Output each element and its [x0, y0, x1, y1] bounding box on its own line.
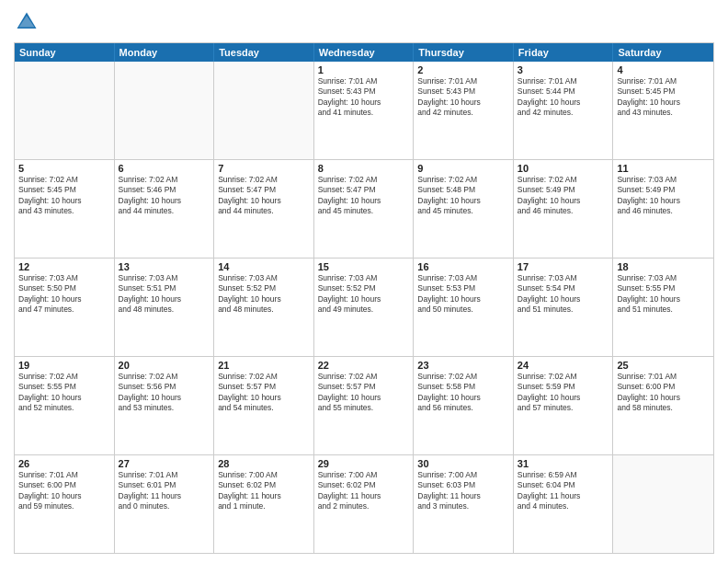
day-info: Sunrise: 7:02 AMSunset: 5:47 PMDaylight:…: [318, 175, 410, 217]
day-number: 20: [119, 360, 210, 371]
day-info: Sunrise: 7:02 AMSunset: 5:47 PMDaylight:…: [218, 175, 310, 217]
day-header: Thursday: [414, 43, 514, 62]
day-cell: 26Sunrise: 7:01 AMSunset: 6:00 PMDayligh…: [15, 455, 115, 553]
day-cell: 12Sunrise: 7:03 AMSunset: 5:50 PMDayligh…: [15, 259, 115, 356]
day-cell: [15, 62, 115, 159]
day-number: 23: [417, 360, 509, 371]
day-cell: 15Sunrise: 7:03 AMSunset: 5:52 PMDayligh…: [314, 259, 415, 356]
day-cell: 19Sunrise: 7:02 AMSunset: 5:55 PMDayligh…: [15, 357, 115, 454]
day-info: Sunrise: 7:03 AMSunset: 5:54 PMDaylight:…: [518, 273, 609, 316]
day-info: Sunrise: 7:02 AMSunset: 5:57 PMDaylight:…: [318, 372, 410, 414]
day-cell: 5Sunrise: 7:02 AMSunset: 5:45 PMDaylight…: [15, 160, 115, 258]
day-info: Sunrise: 7:03 AMSunset: 5:50 PMDaylight:…: [18, 273, 110, 316]
day-cell: 16Sunrise: 7:03 AMSunset: 5:53 PMDayligh…: [414, 259, 514, 356]
day-cell: 1Sunrise: 7:01 AMSunset: 5:43 PMDaylight…: [314, 62, 415, 159]
day-number: 26: [18, 458, 110, 469]
day-number: 15: [318, 261, 410, 272]
day-info: Sunrise: 7:02 AMSunset: 5:45 PMDaylight:…: [18, 175, 110, 217]
day-number: 1: [318, 64, 410, 75]
weeks: 1Sunrise: 7:01 AMSunset: 5:43 PMDaylight…: [15, 62, 713, 553]
day-number: 12: [18, 261, 110, 272]
day-cell: 22Sunrise: 7:02 AMSunset: 5:57 PMDayligh…: [314, 357, 415, 454]
day-number: 9: [417, 163, 509, 174]
day-info: Sunrise: 7:01 AMSunset: 5:44 PMDaylight:…: [518, 76, 609, 119]
day-number: 5: [18, 163, 110, 174]
day-info: Sunrise: 7:02 AMSunset: 5:59 PMDaylight:…: [518, 372, 609, 414]
day-header: Sunday: [15, 43, 115, 62]
day-number: 17: [518, 261, 609, 272]
day-cell: 30Sunrise: 7:00 AMSunset: 6:03 PMDayligh…: [414, 455, 514, 553]
week-row: 1Sunrise: 7:01 AMSunset: 5:43 PMDaylight…: [15, 62, 713, 159]
day-info: Sunrise: 7:02 AMSunset: 5:46 PMDaylight:…: [119, 175, 210, 217]
day-header: Wednesday: [314, 43, 415, 62]
day-info: Sunrise: 7:02 AMSunset: 5:55 PMDaylight:…: [18, 372, 110, 414]
week-row: 26Sunrise: 7:01 AMSunset: 6:00 PMDayligh…: [15, 454, 713, 553]
day-cell: 29Sunrise: 7:00 AMSunset: 6:02 PMDayligh…: [314, 455, 415, 553]
day-info: Sunrise: 7:02 AMSunset: 5:57 PMDaylight:…: [218, 372, 310, 414]
day-number: 29: [318, 458, 410, 469]
day-info: Sunrise: 7:01 AMSunset: 5:45 PMDaylight:…: [617, 76, 710, 119]
day-number: 31: [518, 458, 609, 469]
day-info: Sunrise: 7:01 AMSunset: 6:01 PMDaylight:…: [119, 470, 210, 512]
week-row: 5Sunrise: 7:02 AMSunset: 5:45 PMDaylight…: [15, 159, 713, 258]
day-number: 7: [218, 163, 310, 174]
day-info: Sunrise: 7:03 AMSunset: 5:52 PMDaylight:…: [318, 273, 410, 316]
day-info: Sunrise: 7:01 AMSunset: 6:00 PMDaylight:…: [18, 470, 110, 512]
header: [14, 9, 714, 35]
day-number: 24: [518, 360, 609, 371]
day-number: 10: [518, 163, 609, 174]
day-cell: 21Sunrise: 7:02 AMSunset: 5:57 PMDayligh…: [214, 357, 314, 454]
day-cell: 27Sunrise: 7:01 AMSunset: 6:01 PMDayligh…: [115, 455, 215, 553]
day-cell: [115, 62, 215, 159]
day-number: 18: [617, 261, 710, 272]
day-header: Monday: [115, 43, 215, 62]
page: SundayMondayTuesdayWednesdayThursdayFrid…: [0, 0, 728, 563]
day-info: Sunrise: 7:02 AMSunset: 5:56 PMDaylight:…: [119, 372, 210, 414]
day-cell: 20Sunrise: 7:02 AMSunset: 5:56 PMDayligh…: [115, 357, 215, 454]
day-info: Sunrise: 7:00 AMSunset: 6:02 PMDaylight:…: [218, 470, 310, 512]
day-info: Sunrise: 7:03 AMSunset: 5:49 PMDaylight:…: [617, 175, 710, 217]
day-info: Sunrise: 7:03 AMSunset: 5:55 PMDaylight:…: [617, 273, 710, 316]
day-cell: 13Sunrise: 7:03 AMSunset: 5:51 PMDayligh…: [115, 259, 215, 356]
day-cell: 4Sunrise: 7:01 AMSunset: 5:45 PMDaylight…: [613, 62, 713, 159]
day-number: 27: [119, 458, 210, 469]
day-info: Sunrise: 7:02 AMSunset: 5:48 PMDaylight:…: [417, 175, 509, 217]
day-number: 2: [417, 64, 509, 75]
day-number: 22: [318, 360, 410, 371]
day-info: Sunrise: 7:01 AMSunset: 5:43 PMDaylight:…: [417, 76, 509, 119]
day-info: Sunrise: 7:03 AMSunset: 5:53 PMDaylight:…: [417, 273, 509, 316]
day-header: Friday: [514, 43, 614, 62]
day-number: 6: [119, 163, 210, 174]
day-info: Sunrise: 7:00 AMSunset: 6:03 PMDaylight:…: [417, 470, 509, 512]
day-cell: [613, 455, 713, 553]
day-info: Sunrise: 7:02 AMSunset: 5:58 PMDaylight:…: [417, 372, 509, 414]
day-number: 4: [617, 64, 710, 75]
day-number: 16: [417, 261, 509, 272]
day-cell: 25Sunrise: 7:01 AMSunset: 6:00 PMDayligh…: [613, 357, 713, 454]
day-cell: 31Sunrise: 6:59 AMSunset: 6:04 PMDayligh…: [514, 455, 614, 553]
day-cell: 18Sunrise: 7:03 AMSunset: 5:55 PMDayligh…: [613, 259, 713, 356]
day-headers: SundayMondayTuesdayWednesdayThursdayFrid…: [15, 43, 713, 62]
day-cell: 23Sunrise: 7:02 AMSunset: 5:58 PMDayligh…: [414, 357, 514, 454]
day-number: 21: [218, 360, 310, 371]
logo-icon: [14, 9, 40, 35]
day-number: 13: [119, 261, 210, 272]
day-cell: 2Sunrise: 7:01 AMSunset: 5:43 PMDaylight…: [414, 62, 514, 159]
day-cell: 17Sunrise: 7:03 AMSunset: 5:54 PMDayligh…: [514, 259, 614, 356]
day-info: Sunrise: 7:01 AMSunset: 5:43 PMDaylight:…: [318, 76, 410, 119]
day-cell: 28Sunrise: 7:00 AMSunset: 6:02 PMDayligh…: [214, 455, 314, 553]
day-number: 3: [518, 64, 609, 75]
day-cell: 11Sunrise: 7:03 AMSunset: 5:49 PMDayligh…: [613, 160, 713, 258]
logo: [14, 9, 43, 35]
day-number: 11: [617, 163, 710, 174]
day-cell: 24Sunrise: 7:02 AMSunset: 5:59 PMDayligh…: [514, 357, 614, 454]
day-info: Sunrise: 7:00 AMSunset: 6:02 PMDaylight:…: [318, 470, 410, 512]
day-number: 30: [417, 458, 509, 469]
day-number: 8: [318, 163, 410, 174]
day-number: 25: [617, 360, 710, 371]
day-info: Sunrise: 7:03 AMSunset: 5:52 PMDaylight:…: [218, 273, 310, 316]
day-number: 28: [218, 458, 310, 469]
day-cell: 8Sunrise: 7:02 AMSunset: 5:47 PMDaylight…: [314, 160, 415, 258]
day-header: Saturday: [613, 43, 713, 62]
day-number: 19: [18, 360, 110, 371]
